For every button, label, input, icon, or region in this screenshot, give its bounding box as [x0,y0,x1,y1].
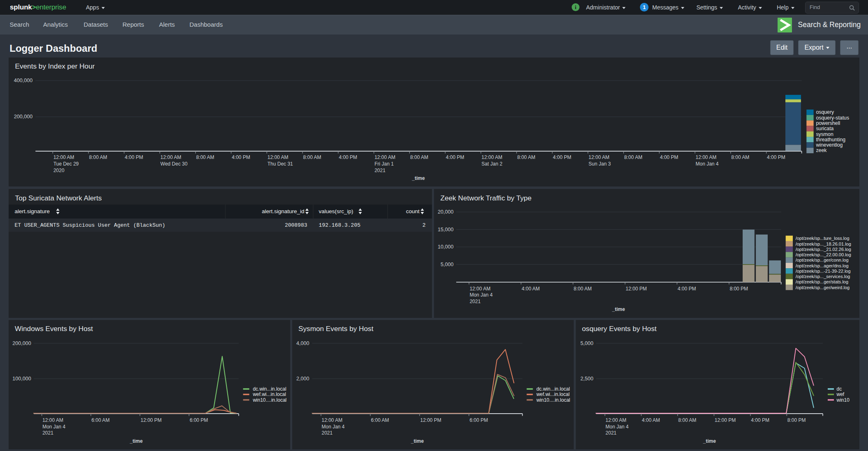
svg-text:12:00 AM: 12:00 AM [374,154,395,160]
svg-text:threathunting: threathunting [816,137,845,143]
svg-text:12:00 AM: 12:00 AM [42,417,63,423]
svg-text:12:00 AM: 12:00 AM [160,154,181,160]
svg-text:8:00 AM: 8:00 AM [410,154,428,160]
svg-text:4:00 PM: 4:00 PM [339,154,357,160]
svg-text:wef.wi...in.local: wef.wi...in.local [252,391,286,397]
svg-text:2021: 2021 [605,430,616,435]
svg-text:Sun Jan 3: Sun Jan 3 [589,161,611,167]
svg-text:4:00 PM: 4:00 PM [767,154,785,160]
svg-text:win10: win10 [836,397,850,403]
svg-text:12:00 AM: 12:00 AM [482,154,503,160]
svg-text:100,000: 100,000 [12,376,31,382]
svg-text:8:00 AM: 8:00 AM [678,417,696,423]
svg-text:12:00 PM: 12:00 PM [420,417,441,423]
svg-text:sysmon: sysmon [816,131,833,137]
svg-text:6:00 PM: 6:00 PM [189,417,208,423]
svg-text:Mon Jan 4: Mon Jan 4 [695,161,718,167]
svg-text:8:00 AM: 8:00 AM [731,154,749,160]
svg-text:/opt/zeek/sp...ture_loss.log: /opt/zeek/sp...ture_loss.log [796,236,850,241]
svg-text:5,000: 5,000 [441,262,454,267]
svg-text:4:00 PM: 4:00 PM [125,154,143,160]
svg-text:4:00 PM: 4:00 PM [751,417,769,423]
svg-text:/opt/zeek/sp...ager/dns.log: /opt/zeek/sp...ager/dns.log [796,263,849,268]
svg-text:/opt/zeek/sp..._18.26.01.log: /opt/zeek/sp..._18.26.01.log [796,242,851,246]
svg-text:win10....in.local: win10....in.local [252,397,286,403]
svg-text:/opt/zeek/sp...ger/weird.log: /opt/zeek/sp...ger/weird.log [796,285,850,290]
svg-text:wef.wi...in.local: wef.wi...in.local [536,391,570,397]
svg-text:osquery: osquery [816,109,834,115]
svg-text:12:00 PM: 12:00 PM [626,286,646,292]
svg-text:/opt/zeek/sp...ger/conn.log: /opt/zeek/sp...ger/conn.log [796,258,849,262]
svg-text:values(src_ip): values(src_ip) [319,208,353,214]
svg-text:suricata: suricata [816,126,833,131]
svg-text:wef: wef [836,391,845,397]
svg-text:12:00 PM: 12:00 PM [715,417,736,423]
svg-text:8:00 PM: 8:00 PM [729,286,748,292]
svg-text:/opt/zeek/sp..._21.02.26.log: /opt/zeek/sp..._21.02.26.log [796,247,851,252]
svg-text:12:00 AM: 12:00 AM [470,286,491,292]
svg-text:count: count [406,208,420,214]
svg-text:2020: 2020 [53,168,65,173]
svg-text:20,000: 20,000 [438,209,454,215]
svg-text:12:00 AM: 12:00 AM [605,417,626,423]
svg-text:_time: _time [129,438,143,444]
svg-text:Windows Events by Host: Windows Events by Host [15,324,93,333]
svg-text:2021: 2021 [42,430,53,435]
svg-text:192.168.3.205: 192.168.3.205 [319,222,360,228]
svg-text:4,000: 4,000 [296,340,309,346]
svg-text:2021: 2021 [322,430,333,435]
svg-text:win10....in.local: win10....in.local [536,397,570,403]
svg-text:15,000: 15,000 [438,227,454,232]
svg-text:12:00 AM: 12:00 AM [268,154,289,160]
svg-text:8:00 AM: 8:00 AM [196,154,214,160]
svg-text:2: 2 [422,222,426,228]
svg-text:Mon Jan 4: Mon Jan 4 [42,423,65,429]
svg-text:4:00 PM: 4:00 PM [553,154,571,160]
svg-text:osquery Events by Host: osquery Events by Host [582,324,657,333]
svg-text:6:00 AM: 6:00 AM [92,417,110,423]
svg-text:12:00 PM: 12:00 PM [141,417,162,423]
svg-text:Zeek Network Traffic by Type: Zeek Network Traffic by Type [441,194,532,202]
svg-text:8:00 AM: 8:00 AM [517,154,535,160]
svg-text:12:00 AM: 12:00 AM [589,154,609,160]
svg-text:Sysmon Events by Host: Sysmon Events by Host [298,324,374,333]
svg-text:4:00 AM: 4:00 AM [522,286,540,292]
svg-text:/opt/zeek/sp...-21-39-22.log: /opt/zeek/sp...-21-39-22.log [796,269,851,274]
svg-text:ET USER_AGENTS Suspicious User: ET USER_AGENTS Suspicious User Agent (Bl… [15,222,166,228]
svg-text:Mon Jan 4: Mon Jan 4 [605,423,628,429]
svg-text:osquery-status: osquery-status [816,115,849,121]
svg-text:_time: _time [612,306,625,312]
svg-text:12:00 AM: 12:00 AM [53,154,74,160]
svg-text:Mon Jan 4: Mon Jan 4 [322,423,345,429]
svg-text:dc: dc [837,386,842,392]
svg-text:2021: 2021 [374,168,386,173]
svg-text:dc.win...in.local: dc.win...in.local [253,386,286,392]
svg-text:Fri Jan 1: Fri Jan 1 [374,161,394,167]
svg-text:4:00 AM: 4:00 AM [642,417,660,423]
svg-text:4:00 PM: 4:00 PM [678,286,696,292]
svg-text:Events by Index per Hour: Events by Index per Hour [15,62,95,70]
svg-text:8:00 AM: 8:00 AM [624,154,642,160]
svg-text:2,000: 2,000 [296,376,309,382]
svg-text:8:00 PM: 8:00 PM [787,417,806,423]
svg-text:12:00 AM: 12:00 AM [322,417,343,423]
svg-text:8:00 AM: 8:00 AM [303,154,321,160]
svg-text:Thu Dec 31: Thu Dec 31 [268,161,293,167]
svg-text:6:00 PM: 6:00 PM [470,417,488,423]
svg-text:Tue Dec 29: Tue Dec 29 [53,161,79,167]
svg-text:dc.win...in.local: dc.win...in.local [536,386,570,392]
svg-text:200,000: 200,000 [12,340,31,346]
svg-text:powershell: powershell [816,120,840,126]
svg-text:4:00 PM: 4:00 PM [660,154,679,160]
svg-text:Top Suricata Network Alerts: Top Suricata Network Alerts [15,194,102,202]
svg-text:_time: _time [702,438,716,444]
svg-text:4:00 PM: 4:00 PM [232,154,250,160]
svg-text:zeek: zeek [816,147,827,153]
svg-text:6:00 AM: 6:00 AM [371,417,389,423]
svg-text:Wed Dec 30: Wed Dec 30 [160,161,187,167]
svg-text:wineventlog: wineventlog [815,142,843,148]
svg-text:_time: _time [411,175,425,181]
svg-text:alert.signature: alert.signature [15,208,50,214]
svg-text:8:00 AM: 8:00 AM [89,154,107,160]
svg-text:5,000: 5,000 [580,340,593,346]
